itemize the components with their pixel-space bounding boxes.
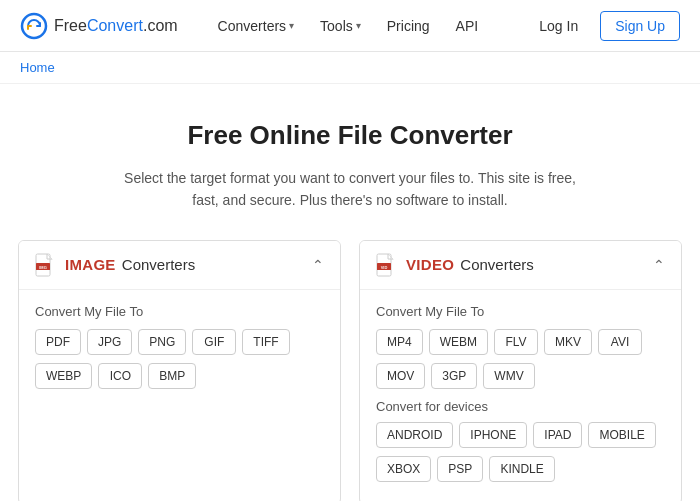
- format-btn-xbox[interactable]: XBOX: [376, 456, 431, 482]
- format-btn-mobile[interactable]: MOBILE: [588, 422, 655, 448]
- logo-text-com: .com: [143, 17, 178, 35]
- format-btn-webm[interactable]: WEBM: [429, 329, 488, 355]
- video-device-formats-row1: ANDROID IPHONE IPAD MOBILE: [376, 422, 665, 448]
- image-card-suffix: Converters: [118, 256, 196, 273]
- video-device-formats-row2: XBOX PSP KINDLE: [376, 456, 665, 482]
- main-nav: Converters ▾ Tools ▾ Pricing API: [208, 12, 526, 40]
- header-actions: Log In Sign Up: [525, 11, 680, 41]
- site-header: FreeConvert.com Converters ▾ Tools ▾ Pri…: [0, 0, 700, 52]
- hero-description: Select the target format you want to con…: [110, 167, 590, 212]
- format-btn-avi[interactable]: AVI: [598, 329, 642, 355]
- svg-point-0: [22, 14, 46, 38]
- image-card-collapse-button[interactable]: ⌃: [312, 257, 324, 273]
- video-card-body: Convert My File To MP4 WEBM FLV MKV AVI …: [360, 290, 681, 501]
- video-formats-row1: MP4 WEBM FLV MKV AVI: [376, 329, 665, 355]
- format-btn-android[interactable]: ANDROID: [376, 422, 453, 448]
- image-card-header: IMG IMAGE Converters ⌃: [19, 241, 340, 290]
- format-btn-ipad[interactable]: IPAD: [533, 422, 582, 448]
- chevron-down-icon: ▾: [356, 20, 361, 31]
- format-btn-3gp[interactable]: 3GP: [431, 363, 477, 389]
- chevron-down-icon: ▾: [289, 20, 294, 31]
- format-btn-tiff[interactable]: TIFF: [242, 329, 289, 355]
- format-btn-flv[interactable]: FLV: [494, 329, 538, 355]
- format-btn-iphone[interactable]: IPHONE: [459, 422, 527, 448]
- video-formats-row2: MOV 3GP WMV: [376, 363, 665, 389]
- logo-text-convert: Convert: [87, 17, 143, 35]
- video-card-type-label: VIDEO: [406, 256, 454, 273]
- nav-api[interactable]: API: [446, 12, 489, 40]
- logo[interactable]: FreeConvert.com: [20, 12, 178, 40]
- video-card-collapse-button[interactable]: ⌃: [653, 257, 665, 273]
- image-formats-row1: PDF JPG PNG GIF TIFF: [35, 329, 324, 355]
- format-btn-png[interactable]: PNG: [138, 329, 186, 355]
- image-card-type-label: IMAGE: [65, 256, 116, 273]
- format-btn-kindle[interactable]: KINDLE: [489, 456, 554, 482]
- image-card-body: Convert My File To PDF JPG PNG GIF TIFF …: [19, 290, 340, 411]
- format-btn-mp4[interactable]: MP4: [376, 329, 423, 355]
- format-btn-mov[interactable]: MOV: [376, 363, 425, 389]
- video-file-icon: VID: [376, 253, 396, 277]
- logo-text-free: Free: [54, 17, 87, 35]
- format-btn-psp[interactable]: PSP: [437, 456, 483, 482]
- format-btn-bmp[interactable]: BMP: [148, 363, 196, 389]
- format-btn-mkv[interactable]: MKV: [544, 329, 592, 355]
- video-card-suffix: Converters: [456, 256, 534, 273]
- logo-icon: [20, 12, 48, 40]
- nav-tools[interactable]: Tools ▾: [310, 12, 371, 40]
- format-btn-wmv[interactable]: WMV: [483, 363, 534, 389]
- video-convert-label: Convert My File To: [376, 304, 665, 319]
- svg-text:VID: VID: [381, 265, 388, 270]
- hero-section: Free Online File Converter Select the ta…: [0, 84, 700, 240]
- format-btn-jpg[interactable]: JPG: [87, 329, 132, 355]
- video-converters-card: VID VIDEO Converters ⌃ Convert My File T…: [359, 240, 682, 501]
- format-btn-webp[interactable]: WEBP: [35, 363, 92, 389]
- image-convert-label: Convert My File To: [35, 304, 324, 319]
- format-btn-ico[interactable]: ICO: [98, 363, 142, 389]
- nav-pricing[interactable]: Pricing: [377, 12, 440, 40]
- converters-grid: IMG IMAGE Converters ⌃ Convert My File T…: [0, 240, 700, 501]
- nav-converters[interactable]: Converters ▾: [208, 12, 304, 40]
- video-devices-label: Convert for devices: [376, 399, 665, 414]
- signup-button[interactable]: Sign Up: [600, 11, 680, 41]
- image-file-icon: IMG: [35, 253, 55, 277]
- video-card-header: VID VIDEO Converters ⌃: [360, 241, 681, 290]
- login-button[interactable]: Log In: [525, 12, 592, 40]
- format-btn-gif[interactable]: GIF: [192, 329, 236, 355]
- image-converters-card: IMG IMAGE Converters ⌃ Convert My File T…: [18, 240, 341, 501]
- svg-text:IMG: IMG: [39, 265, 47, 270]
- breadcrumb: Home: [0, 52, 700, 84]
- breadcrumb-home[interactable]: Home: [20, 60, 55, 75]
- page-title: Free Online File Converter: [20, 120, 680, 151]
- format-btn-pdf[interactable]: PDF: [35, 329, 81, 355]
- image-formats-row2: WEBP ICO BMP: [35, 363, 324, 389]
